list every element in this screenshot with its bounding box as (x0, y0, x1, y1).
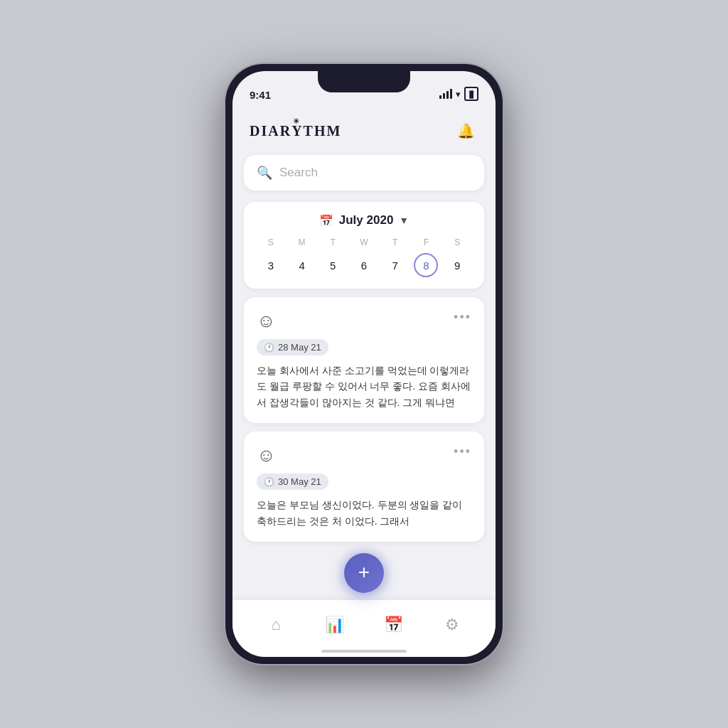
calendar-date-5[interactable]: 5 (317, 253, 348, 277)
nav-item-settings[interactable]: ⚙ (434, 607, 470, 643)
entry-text-2: 오늘은 부모님 생신이었다. 두분의 생일을 같이 축하드리는 것은 처 이었다… (257, 497, 471, 529)
calendar-date-4[interactable]: 4 (287, 253, 318, 277)
calendar-section: 📅 July 2020 ▼ S M T W T F S 3 (244, 202, 484, 289)
calendar-month-label: July 2020 (339, 213, 394, 228)
diary-entry-1: ☺ ••• 🕐 28 May 21 오늘 회사에서 사준 소고기를 먹었는데 이… (244, 297, 484, 423)
nav-item-stats[interactable]: 📊 (317, 607, 353, 643)
mood-icon-1: ☺ (257, 310, 276, 332)
search-placeholder: Search (279, 166, 318, 180)
phone-frame: 9:41 ▾ ▮ DIAR☀YTHM (225, 64, 503, 664)
calendar-date-7[interactable]: 7 (380, 253, 411, 277)
notification-bell-button[interactable]: 🔔 (453, 118, 478, 144)
entry-date-badge-1: 🕐 28 May 21 (257, 339, 328, 355)
more-options-button-1[interactable]: ••• (454, 310, 471, 325)
calendar-icon: 📅 (319, 214, 333, 228)
home-indicator (321, 650, 407, 653)
diary-entry-2: ☺ ••• 🕐 30 May 21 오늘은 부모님 생신이었다. 두분의 생일을… (244, 432, 484, 542)
app-logo: DIAR☀YTHM (250, 123, 341, 139)
more-options-button-2[interactable]: ••• (454, 444, 471, 459)
entry-date-badge-2: 🕐 30 May 21 (257, 473, 328, 490)
status-icons: ▾ ▮ (439, 87, 478, 101)
nav-item-calendar[interactable]: 📅 (375, 607, 411, 643)
notch (318, 71, 410, 92)
home-icon: ⌂ (272, 616, 281, 634)
calendar-dates-row: 3 4 5 6 7 8 9 (255, 253, 473, 277)
logo-text: DIAR (250, 123, 291, 139)
entry-top-1: ☺ ••• (257, 310, 471, 332)
day-label-t2: T (380, 237, 411, 247)
mood-icon-2: ☺ (257, 444, 276, 466)
wifi-icon: ▾ (456, 89, 461, 100)
entry-top-2: ☺ ••• (257, 444, 471, 466)
calendar-dropdown-icon[interactable]: ▼ (399, 215, 409, 226)
add-entry-fab-button[interactable]: + (344, 553, 384, 593)
search-icon: 🔍 (257, 165, 272, 181)
calendar-date-6[interactable]: 6 (348, 253, 380, 277)
date-clock-icon-1: 🕐 (264, 343, 274, 353)
calendar-day-headers: S M T W T F S (255, 237, 473, 247)
calendar-nav-icon: 📅 (384, 616, 403, 634)
fab-plus-icon: + (358, 562, 370, 582)
entry-date-text-1: 28 May 21 (278, 342, 321, 353)
day-label-m: M (287, 237, 318, 247)
battery-icon: ▮ (464, 87, 478, 101)
entry-text-1: 오늘 회사에서 사준 소고기를 먹었는데 이렇게라도 월급 루팡할 수 있어서 … (257, 363, 471, 410)
calendar-date-9[interactable]: 9 (441, 253, 473, 277)
calendar-header: 📅 July 2020 ▼ (255, 213, 473, 228)
signal-bars-icon (439, 89, 452, 99)
day-label-f: F (411, 237, 442, 247)
search-bar[interactable]: 🔍 Search (244, 155, 484, 191)
calendar-date-3[interactable]: 3 (255, 253, 287, 277)
day-label-t1: T (317, 237, 348, 247)
calendar-date-8[interactable]: 8 (414, 253, 438, 277)
settings-icon: ⚙ (445, 616, 459, 634)
search-section: 🔍 Search (232, 149, 496, 202)
date-clock-icon-2: 🕐 (264, 477, 274, 487)
entry-date-text-2: 30 May 21 (278, 476, 321, 487)
day-label-w: W (348, 237, 380, 247)
nav-item-home[interactable]: ⌂ (258, 607, 294, 643)
day-label-s: S (255, 237, 287, 247)
phone-screen: 9:41 ▾ ▮ DIAR☀YTHM (232, 71, 496, 657)
chart-icon: 📊 (325, 616, 344, 634)
status-time: 9:41 (250, 89, 271, 101)
day-label-s2: S (441, 237, 473, 247)
bottom-nav: ⌂ 📊 📅 ⚙ (232, 600, 496, 657)
logo-sun: ☀Y (291, 123, 303, 139)
app-header: DIAR☀YTHM 🔔 (232, 107, 496, 149)
